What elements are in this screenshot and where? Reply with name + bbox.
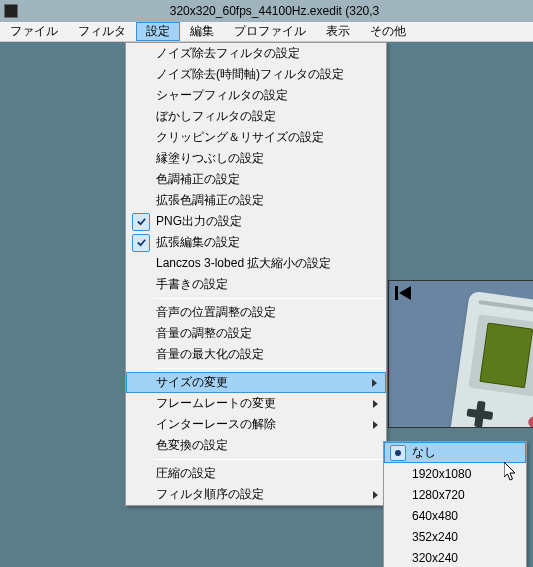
svg-marker-1 [399,286,411,300]
menu-separator [154,459,384,460]
menubar-item-0[interactable]: ファイル [0,22,68,41]
dropdown-item[interactable]: ノイズ除去フィルタの設定 [126,43,386,64]
menu-separator [154,368,384,369]
dropdown-item-label: 縁塗りつぶしの設定 [154,150,364,167]
dropdown-item[interactable]: クリッピング＆リサイズの設定 [126,127,386,148]
preview-image [445,291,533,428]
app-icon [4,4,18,18]
dropdown-item[interactable]: ノイズ除去(時間軸)フィルタの設定 [126,64,386,85]
dropdown-item[interactable]: 拡張編集の設定 [126,232,386,253]
size-submenu: なし1920x10801280x720640x480352x240320x240… [383,441,527,567]
dropdown-item-label: 音声の位置調整の設定 [154,304,364,321]
check-column [128,234,154,252]
dropdown-item-label: ぼかしフィルタの設定 [154,108,364,125]
dropdown-item-label: 音量の調整の設定 [154,325,364,342]
submenu-item[interactable]: 640x480 [384,505,526,526]
submenu-arrow-icon [373,400,378,408]
dropdown-item[interactable]: インターレースの解除 [126,414,386,435]
menubar-item-6[interactable]: その他 [360,22,416,41]
dropdown-item-label: 色変換の設定 [154,437,364,454]
dropdown-item-label: 拡張編集の設定 [154,234,364,251]
check-column [128,213,154,231]
submenu-item[interactable]: 1280x720 [384,484,526,505]
menubar-item-2[interactable]: 設定 [136,22,180,41]
submenu-item-label: 1920x1080 [410,467,520,481]
dropdown-item-label: 色調補正の設定 [154,171,364,188]
dropdown-item-label: PNG出力の設定 [154,213,364,230]
dropdown-item-label: フレームレートの変更 [154,395,364,412]
submenu-item-label: 1280x720 [410,488,520,502]
preview-panel [388,280,533,428]
settings-dropdown: ノイズ除去フィルタの設定ノイズ除去(時間軸)フィルタの設定シャープフィルタの設定… [125,42,387,506]
dropdown-item[interactable]: 手書きの設定 [126,274,386,295]
checkmark-icon [132,213,150,231]
submenu-item[interactable]: 320x240 [384,547,526,567]
dropdown-item[interactable]: 色変換の設定 [126,435,386,456]
window-title: 320x320_60fps_44100Hz.exedit (320,3 [20,4,529,18]
menubar-item-4[interactable]: プロファイル [224,22,316,41]
dropdown-item-label: 拡張色調補正の設定 [154,192,364,209]
dropdown-item-label: フィルタ順序の設定 [154,486,364,503]
radio-selected-icon [390,445,406,461]
dropdown-item[interactable]: 音量の最大化の設定 [126,344,386,365]
radio-column [386,445,410,461]
menubar-item-1[interactable]: フィルタ [68,22,136,41]
submenu-arrow-icon [372,379,377,387]
dropdown-item-label: ノイズ除去(時間軸)フィルタの設定 [154,66,364,83]
content-area: ノイズ除去フィルタの設定ノイズ除去(時間軸)フィルタの設定シャープフィルタの設定… [0,42,533,567]
menubar: ファイルフィルタ設定編集プロファイル表示その他 [0,22,533,42]
menu-separator [154,298,384,299]
dropdown-item[interactable]: シャープフィルタの設定 [126,85,386,106]
submenu-arrow-icon [373,421,378,429]
menubar-item-3[interactable]: 編集 [180,22,224,41]
svg-rect-0 [395,286,398,300]
dropdown-item-label: シャープフィルタの設定 [154,87,364,104]
titlebar[interactable]: 320x320_60fps_44100Hz.exedit (320,3 [0,0,533,22]
submenu-item-label: なし [410,444,520,461]
submenu-item-label: 320x240 [410,551,520,565]
dropdown-item-label: 音量の最大化の設定 [154,346,364,363]
dropdown-item-label: Lanczos 3-lobed 拡大縮小の設定 [154,255,364,272]
app-window: 320x320_60fps_44100Hz.exedit (320,3 ファイル… [0,0,533,567]
submenu-item[interactable]: 1920x1080 [384,463,526,484]
dropdown-item-label: 手書きの設定 [154,276,364,293]
menubar-item-5[interactable]: 表示 [316,22,360,41]
dropdown-item-label: インターレースの解除 [154,416,364,433]
checkmark-icon [132,234,150,252]
submenu-item-label: 640x480 [410,509,520,523]
dropdown-item-label: クリッピング＆リサイズの設定 [154,129,364,146]
dropdown-item[interactable]: 拡張色調補正の設定 [126,190,386,211]
dropdown-item[interactable]: ぼかしフィルタの設定 [126,106,386,127]
submenu-arrow-icon [373,491,378,499]
dropdown-item[interactable]: Lanczos 3-lobed 拡大縮小の設定 [126,253,386,274]
submenu-item[interactable]: なし [384,442,526,463]
dropdown-item[interactable]: フレームレートの変更 [126,393,386,414]
dropdown-item[interactable]: サイズの変更 [126,372,386,393]
dropdown-item[interactable]: 色調補正の設定 [126,169,386,190]
dropdown-item[interactable]: 音量の調整の設定 [126,323,386,344]
rewind-icon[interactable] [394,285,412,304]
dropdown-item-label: ノイズ除去フィルタの設定 [154,45,364,62]
submenu-item[interactable]: 352x240 [384,526,526,547]
dropdown-item[interactable]: フィルタ順序の設定 [126,484,386,505]
dropdown-item-label: 圧縮の設定 [154,465,364,482]
dropdown-item[interactable]: 音声の位置調整の設定 [126,302,386,323]
dropdown-item[interactable]: PNG出力の設定 [126,211,386,232]
submenu-item-label: 352x240 [410,530,520,544]
dropdown-item[interactable]: 縁塗りつぶしの設定 [126,148,386,169]
dropdown-item[interactable]: 圧縮の設定 [126,463,386,484]
dropdown-item-label: サイズの変更 [154,374,364,391]
